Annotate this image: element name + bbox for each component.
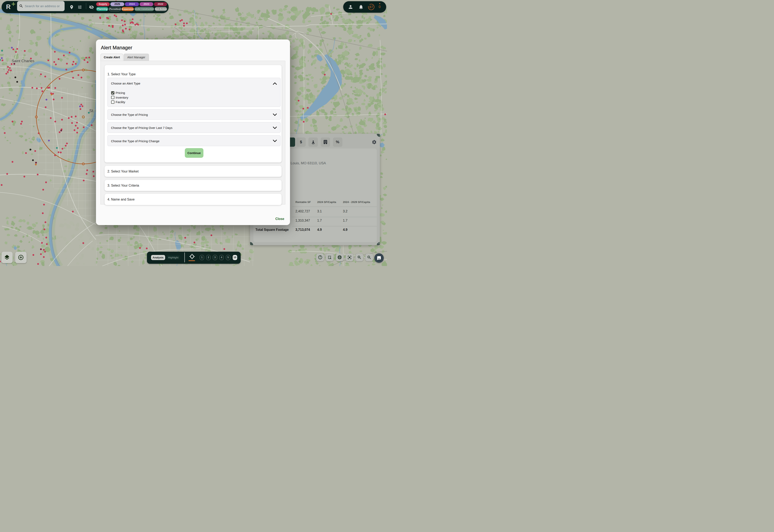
facility-dot-red[interactable] (44, 251, 46, 253)
facility-dot-red[interactable] (43, 256, 45, 258)
layers-button[interactable] (1, 252, 13, 263)
accordion-pricing-type[interactable]: Choose the Type of Pricing (107, 109, 281, 120)
facility-dot-red[interactable] (298, 100, 300, 102)
facility-dot-red[interactable] (24, 176, 25, 178)
facility-dot-red[interactable] (42, 90, 43, 92)
accordion-pricing-7days[interactable]: Choose the Type of Pricing Over Last 7 D… (107, 122, 281, 133)
globe-button[interactable] (336, 254, 344, 261)
facility-dot-red[interactable] (122, 31, 124, 33)
continue-button[interactable]: Continue (185, 148, 204, 158)
facility-dot-red[interactable] (54, 51, 56, 53)
facility-dot-red[interactable] (87, 61, 89, 63)
facility-dot-purple[interactable] (11, 47, 13, 49)
facility-dot-red[interactable] (76, 122, 78, 124)
radius-handle[interactable] (82, 69, 84, 71)
facility-dot-red[interactable] (40, 253, 42, 255)
facility-dot-red[interactable] (72, 211, 74, 213)
page-button-10[interactable]: 10 (233, 255, 237, 260)
accordion-pricing-change[interactable]: Choose the Type of Pricing Change (107, 135, 281, 146)
facility-dot-red[interactable] (86, 173, 88, 175)
facility-dot-red[interactable] (307, 107, 309, 109)
tab-create-alert[interactable]: Create Alert (100, 54, 123, 61)
facility-dot-red[interactable] (115, 16, 117, 17)
facility-dot-red[interactable] (6, 173, 8, 175)
filter-pill-2023[interactable]: 2023 (140, 2, 153, 6)
visibility-off-icon[interactable] (89, 5, 94, 10)
filter-pill-2022[interactable]: 2022 (154, 2, 167, 6)
checkbox-unchecked[interactable] (111, 96, 114, 99)
facility-dot-black[interactable] (30, 149, 32, 151)
checkbox-row-pricing[interactable]: Pricing (111, 91, 125, 95)
chat-button[interactable] (374, 253, 384, 263)
facility-dot-red[interactable] (36, 88, 38, 89)
highlight-toggle[interactable]: Highlight (166, 255, 180, 260)
zoom-in-button[interactable] (355, 254, 363, 261)
facility-dot-red[interactable] (61, 97, 63, 99)
facility-dot-red[interactable] (93, 175, 95, 177)
facility-dot-red[interactable] (62, 148, 63, 150)
facility-dot-teal[interactable] (1, 50, 3, 52)
facility-dot-red[interactable] (183, 23, 185, 24)
facility-dot-red[interactable] (93, 171, 94, 173)
help-button[interactable] (316, 254, 324, 261)
facility-dot-red[interactable] (125, 28, 127, 30)
facility-dot-red[interactable] (80, 104, 82, 106)
facility-dot-red[interactable] (45, 221, 46, 223)
checkbox-checked[interactable] (111, 91, 114, 95)
facility-dot-red[interactable] (69, 52, 71, 54)
alerts-count[interactable]: 0 (378, 5, 381, 9)
facility-dot-red[interactable] (303, 121, 305, 123)
facility-dot-red[interactable] (45, 106, 47, 108)
facility-dot-red[interactable] (61, 119, 63, 121)
facility-dot-red[interactable] (32, 87, 33, 89)
filter-pill-not-active[interactable]: Not Active (155, 7, 167, 11)
facility-dot-red[interactable] (129, 29, 131, 30)
facility-dot-red[interactable] (82, 105, 83, 107)
facility-dot-red[interactable] (53, 99, 55, 100)
panel-corner-top-right[interactable] (377, 134, 380, 137)
checkbox-row-inventory[interactable]: Inventory (111, 96, 128, 99)
facility-dot-red[interactable] (73, 61, 74, 63)
notifications-bell-icon[interactable] (358, 4, 364, 10)
facility-dot-maroon[interactable] (14, 63, 15, 65)
facility-dot-red[interactable] (86, 169, 88, 171)
facility-dot-red[interactable] (146, 248, 148, 249)
facility-dot-red[interactable] (4, 132, 6, 134)
facility-dot-red[interactable] (82, 242, 84, 244)
facility-dot-red[interactable] (63, 55, 65, 56)
facility-dot-red[interactable] (384, 114, 386, 115)
panel-tab-pricing[interactable]: $ (296, 138, 306, 147)
facility-dot-red[interactable] (77, 127, 79, 129)
facility-dot-red[interactable] (183, 25, 185, 27)
zoom-out-button[interactable] (365, 254, 373, 261)
page-button-5[interactable]: 5 (226, 255, 230, 260)
facility-dot-red[interactable] (43, 204, 45, 206)
facility-dot-red[interactable] (223, 248, 225, 250)
facility-dot-red[interactable] (88, 57, 90, 59)
facility-dot-red[interactable] (76, 132, 78, 134)
facility-dot-red[interactable] (71, 122, 73, 124)
facility-dot-red[interactable] (72, 77, 74, 79)
facility-dot-red[interactable] (15, 51, 17, 53)
facility-dot-red[interactable] (186, 23, 188, 24)
facility-dot-red[interactable] (81, 77, 82, 79)
facility-dot-red[interactable] (91, 124, 93, 126)
facility-dot-red[interactable] (80, 108, 81, 110)
facility-dot-orange[interactable] (35, 164, 37, 166)
facility-dot-red[interactable] (324, 74, 326, 76)
panel-resize-grip[interactable] (377, 242, 380, 245)
facility-dot-red[interactable] (33, 254, 34, 256)
facility-dot-red[interactable] (114, 15, 116, 16)
facility-dot-red[interactable] (41, 87, 43, 89)
checkbox-unchecked[interactable] (111, 100, 114, 104)
facility-dot-red[interactable] (45, 181, 47, 183)
facility-dot-red[interactable] (12, 161, 14, 163)
facility-dot-red[interactable] (330, 13, 332, 15)
panel-tab-demographics[interactable] (308, 138, 318, 147)
credits-gauge[interactable]: 87 (368, 4, 375, 10)
facility-dot-black[interactable] (16, 81, 18, 83)
facility-dot-red[interactable] (37, 174, 39, 176)
facility-dot-red[interactable] (132, 22, 134, 24)
facility-dot-red[interactable] (60, 152, 62, 153)
facility-dot-black[interactable] (32, 159, 34, 161)
